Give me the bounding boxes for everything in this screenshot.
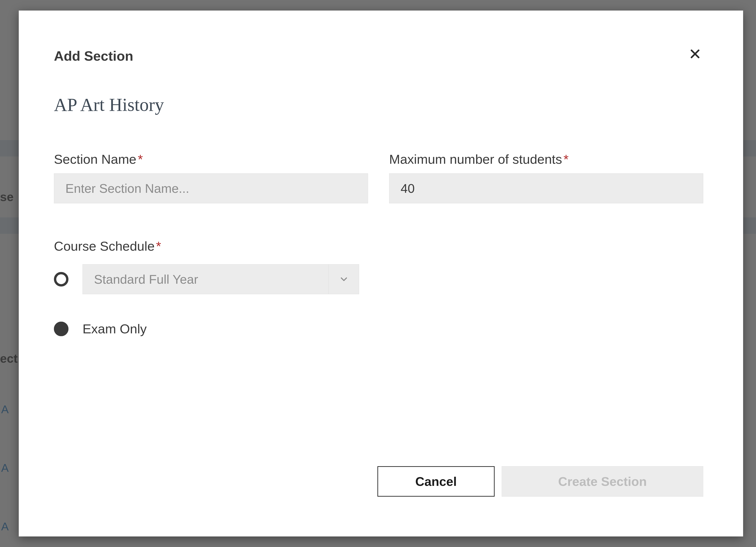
radio-exam-only-label: Exam Only	[83, 321, 147, 336]
radio-exam-only[interactable]	[54, 322, 68, 336]
cancel-button[interactable]: Cancel	[377, 466, 495, 497]
modal-title: Add Section	[54, 48, 133, 64]
section-name-input[interactable]	[54, 173, 368, 203]
modal-footer: Cancel Create Section	[377, 466, 703, 497]
section-name-label: Section Name*	[54, 152, 368, 167]
radio-standard-full-year[interactable]	[54, 272, 68, 286]
add-section-modal: Add Section AP Art History Section Name*…	[19, 11, 743, 536]
required-asterisk: *	[156, 239, 161, 254]
max-students-input[interactable]	[389, 173, 703, 203]
course-name: AP Art History	[54, 94, 703, 115]
required-asterisk: *	[564, 152, 569, 167]
required-asterisk: *	[138, 152, 143, 167]
course-schedule-label: Course Schedule*	[54, 239, 703, 254]
schedule-dropdown-value: Standard Full Year	[83, 265, 328, 294]
close-icon	[689, 48, 701, 60]
close-button[interactable]	[687, 46, 703, 62]
modal-header: Add Section	[54, 48, 703, 64]
chevron-down-icon	[328, 265, 359, 294]
schedule-dropdown[interactable]: Standard Full Year	[83, 264, 359, 294]
max-students-label: Maximum number of students*	[389, 152, 703, 167]
create-section-button[interactable]: Create Section	[502, 466, 703, 497]
